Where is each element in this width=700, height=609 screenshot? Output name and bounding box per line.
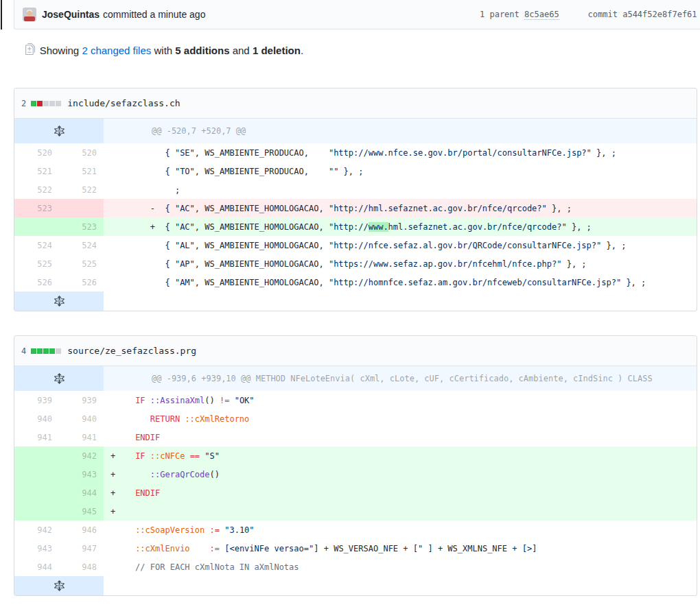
diff-line-context: 526526 { "AM", WS_AMBIENTE_HOMOLOGACAO, … — [14, 273, 697, 291]
old-line-number[interactable]: 942 — [14, 521, 59, 539]
diffstat — [31, 101, 62, 106]
old-line-number[interactable]: 520 — [14, 143, 59, 162]
new-line-number[interactable]: 524 — [59, 236, 104, 254]
code-line: + — [104, 502, 697, 521]
old-line-number[interactable]: 521 — [14, 162, 59, 180]
deletions-count: 1 deletion — [253, 45, 301, 56]
file-diff-icon — [14, 32, 35, 69]
code-line: // FOR EACH cXmlNota IN aXmlNotas — [104, 558, 697, 576]
new-line-number[interactable]: 523 — [59, 217, 104, 236]
new-line-number[interactable]: 944 — [59, 483, 104, 502]
expand-diff-button[interactable] — [14, 291, 104, 311]
changed-files-summary: Showing 2 changed files with 5 additions… — [14, 43, 700, 57]
code-line: - { "AC", WS_AMBIENTE_HOMOLOGACAO, "http… — [104, 199, 697, 217]
file-name[interactable]: source/ze_sefazclass.prg — [67, 346, 196, 356]
old-line-number[interactable] — [14, 217, 59, 236]
new-line-number[interactable]: 943 — [59, 465, 104, 483]
new-line-number[interactable]: 941 — [59, 428, 104, 446]
new-line-number[interactable]: 521 — [59, 162, 104, 180]
file-changes-count: 2 — [21, 99, 26, 108]
diffstat-block-neutral — [56, 101, 61, 106]
user-avatar[interactable] — [23, 8, 36, 21]
old-line-number[interactable]: 940 — [14, 409, 59, 428]
code-line: { "TO", WS_AMBIENTE_PRODUCAO, "" }, ; — [104, 162, 697, 180]
old-line-number[interactable] — [14, 502, 59, 521]
new-line-number[interactable]: 946 — [59, 521, 104, 539]
code-line: ENDIF — [104, 428, 697, 446]
old-line-number[interactable] — [14, 483, 59, 502]
diff-table: @@ -520,7 +520,7 @@520520 { "SE", WS_AMB… — [14, 119, 697, 311]
diffstat-block-neutral — [49, 101, 55, 106]
expand-diff-button[interactable] — [14, 576, 104, 595]
diffstat — [31, 348, 62, 354]
new-line-number[interactable]: 520 — [59, 143, 104, 162]
hunk-row: @@ -939,6 +939,10 @@ METHOD NFeLoteEnvia… — [14, 366, 697, 391]
parent-sha-link[interactable]: 8c5ae65 — [524, 10, 559, 20]
expander-row — [14, 291, 697, 311]
hunk-header: @@ -939,6 +939,10 @@ METHOD NFeLoteEnvia… — [104, 366, 697, 391]
new-line-number[interactable]: 526 — [59, 273, 104, 291]
old-line-number[interactable]: 524 — [14, 236, 59, 254]
old-line-number[interactable]: 526 — [14, 273, 59, 291]
new-line-number[interactable] — [59, 199, 104, 217]
summary-with: with — [151, 45, 175, 56]
clipped-timeline-bar — [1, 0, 2, 29]
unfold-icon — [54, 373, 65, 385]
diff-line-context: 940940 RETURN ::cXmlRetorno — [14, 409, 697, 428]
old-line-number[interactable]: 939 — [14, 391, 59, 409]
new-line-number[interactable]: 942 — [59, 446, 104, 465]
new-line-number[interactable]: 522 — [59, 180, 104, 199]
file-diff-header: 2include/sefazclass.ch — [14, 88, 697, 119]
new-line-number[interactable]: 939 — [59, 391, 104, 409]
code-line: { "AP", WS_AMBIENTE_HOMOLOGACAO, "https:… — [104, 254, 697, 273]
parent-label: 1 parent — [480, 10, 524, 19]
diffstat-block-add — [37, 348, 43, 354]
changed-files-link[interactable]: 2 changed files — [82, 45, 151, 56]
old-line-number[interactable]: 522 — [14, 180, 59, 199]
expander-spacer — [104, 576, 697, 595]
old-line-number[interactable]: 525 — [14, 254, 59, 273]
hunk-row: @@ -520,7 +520,7 @@ — [14, 119, 697, 143]
code-line: ::cSoapVersion := "3.10" — [104, 521, 697, 539]
commit-meta: 1 parent 8c5ae65commit a544f52e8f7ef61 — [480, 0, 697, 29]
old-line-number[interactable] — [14, 465, 59, 483]
file-diff-header: 4source/ze_sefazclass.prg — [14, 336, 697, 366]
diff-line-add: 943+ ::GeraQrCode() — [14, 465, 697, 483]
diff-line-add: 523 + { "AC", WS_AMBIENTE_HOMOLOGACAO, "… — [14, 217, 697, 236]
code-line: { "AM", WS_AMBIENTE_HOMOLOGACAO, "http:/… — [104, 273, 697, 291]
additions-count: 5 additions — [175, 45, 229, 56]
commit-action-text: committed a minute ago — [103, 9, 205, 20]
diffstat-block-del — [37, 101, 43, 106]
diff-line-context: 524524 { "AL", WS_AMBIENTE_HOMOLOGACAO, … — [14, 236, 697, 254]
code-line: { "SE", WS_AMBIENTE_PRODUCAO, "http://ww… — [104, 143, 697, 162]
old-line-number[interactable]: 523 — [14, 199, 59, 217]
file-name[interactable]: include/sefazclass.ch — [67, 98, 180, 108]
unfold-icon — [54, 296, 65, 307]
new-line-number[interactable]: 947 — [59, 539, 104, 558]
summary-period: . — [301, 45, 303, 56]
new-line-number[interactable]: 945 — [59, 502, 104, 521]
expand-diff-button[interactable] — [14, 119, 104, 143]
hunk-header: @@ -520,7 +520,7 @@ — [104, 119, 697, 143]
new-line-number[interactable]: 948 — [59, 558, 104, 576]
commit-author[interactable]: JoseQuintas — [42, 9, 100, 20]
diff-line-context: 941941 ENDIF — [14, 428, 697, 446]
old-line-number[interactable]: 943 — [14, 539, 59, 558]
diffstat-block-add — [49, 348, 55, 354]
old-line-number[interactable]: 944 — [14, 558, 59, 576]
new-line-number[interactable]: 525 — [59, 254, 104, 273]
diff-line-context: 942946 ::cSoapVersion := "3.10" — [14, 521, 697, 539]
old-line-number[interactable] — [14, 446, 59, 465]
summary-prefix: Showing — [40, 45, 82, 56]
commit-label: commit — [588, 10, 623, 19]
new-line-number[interactable]: 940 — [59, 409, 104, 428]
expand-diff-button[interactable] — [14, 366, 104, 391]
code-line: ::cXmlEnvio := [<enviNFe versao="] + WS_… — [104, 539, 697, 558]
diff-line-add: 944+ ENDIF — [14, 483, 697, 502]
diff-files-container: 2include/sefazclass.ch@@ -520,7 +520,7 @… — [0, 88, 700, 596]
diff-line-add: 942+ IF ::cNFCe == "S" — [14, 446, 697, 465]
diffstat-block-add — [31, 101, 36, 106]
file-diff: 4source/ze_sefazclass.prg@@ -939,6 +939,… — [14, 335, 697, 596]
old-line-number[interactable]: 941 — [14, 428, 59, 446]
expander-row — [14, 576, 697, 595]
